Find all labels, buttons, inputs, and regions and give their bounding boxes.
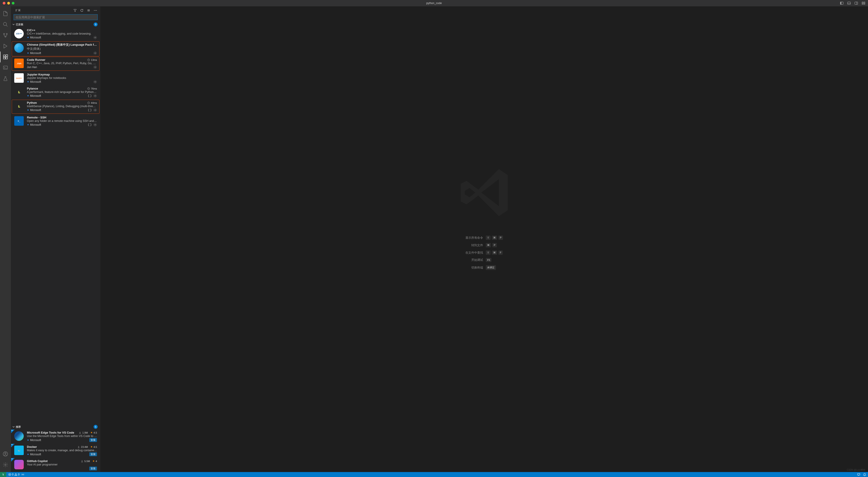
rating: 4.5 [94,446,97,448]
extension-publisher: Microsoft [30,80,41,83]
extension-name: Code Runner [27,58,45,61]
extension-item[interactable]: 🐳 Docker 23.4M ★4.5 Makes it easy to cre… [11,444,100,458]
shortcut-label: 切换终端 [465,266,483,270]
toggle-primary-sidebar-icon[interactable] [840,1,844,5]
shortcut-label: 转到文件 [465,243,483,247]
key: ⇧ [486,236,491,240]
svg-point-43 [16,475,16,475]
gear-icon[interactable] [93,94,97,98]
svg-point-38 [95,124,96,125]
activity-settings[interactable] [0,459,11,470]
maximize-button[interactable] [12,2,14,4]
extension-name: Docker [27,445,37,449]
status-feedback[interactable] [857,473,860,476]
gear-icon[interactable] [93,36,97,39]
extension-item[interactable]: >_ Remote - SSH Open any folder on a rem… [11,114,100,128]
activity-remote-explorer[interactable] [0,62,11,73]
svg-point-28 [96,10,97,10]
extension-item[interactable]: Microsoft Edge Tools for VS Code 1.9M ★4… [11,429,100,444]
section-recommended-count: 5 [94,425,98,429]
toggle-secondary-sidebar-icon[interactable] [855,1,858,5]
bell-icon [863,473,866,476]
close-button[interactable] [3,2,5,4]
extension-description: A performant, feature-rich language serv… [27,90,97,94]
install-button[interactable]: 安装 [89,467,97,471]
minimize-button[interactable] [7,2,10,4]
extension-name: C/C++ [27,28,35,32]
sync-ignored-icon[interactable] [88,123,92,127]
svg-rect-15 [3,55,5,57]
refresh-icon[interactable] [80,8,84,12]
svg-point-29 [95,37,96,38]
sync-ignored-icon[interactable] [88,94,92,98]
svg-rect-19 [3,66,7,69]
svg-point-35 [95,95,96,96]
extension-item[interactable]: C/C++ C/C++ C/C++ IntelliSense, debuggin… [11,27,100,41]
verified-icon: ✦ [27,36,29,39]
status-bell[interactable] [863,473,866,476]
clock-icon [87,87,90,90]
extension-item[interactable]: jupyter Jupyter Keymap Jupyter keymaps f… [11,71,100,85]
gear-icon[interactable] [93,65,97,69]
activity-search[interactable] [0,19,11,30]
install-button[interactable]: 安装 [89,438,97,442]
more-icon[interactable] [94,8,97,12]
gear-icon[interactable] [93,108,97,112]
filter-icon[interactable] [73,8,77,12]
install-button[interactable]: 安装 [89,452,97,456]
svg-rect-1 [840,2,842,4]
feedback-icon [857,473,860,476]
activity-accounts[interactable] [0,449,11,459]
verified-icon: ✦ [27,109,29,112]
clock-icon [87,101,90,104]
extension-name: Python [27,101,37,105]
verified-icon: ✦ [27,453,29,456]
status-remote[interactable] [0,472,6,477]
shortcut-label: 显示所有命令 [465,236,483,240]
extension-icon: C/C++ [14,29,24,38]
sync-ignored-icon[interactable] [88,108,92,112]
extension-publisher: Microsoft [30,453,41,456]
download-icon [79,431,81,434]
clear-icon[interactable] [87,8,90,12]
extension-description: IntelliSense (Pylance), Linting, Debuggi… [27,105,97,108]
svg-point-13 [6,33,7,35]
svg-point-22 [5,464,6,466]
verified-icon: ✦ [27,439,29,442]
extension-item[interactable]: 🌐 Chinese (Simplified) (简体中文) Language P… [12,41,99,56]
section-recommended-label: 推荐 [16,425,21,428]
extension-item[interactable]: 🐍 Pylance76ms A performant, feature-rich… [11,85,100,99]
svg-point-44 [23,474,24,475]
gear-icon[interactable] [93,123,97,127]
activity-extensions[interactable] [0,52,11,62]
extension-description: 中文(简体) [27,47,97,51]
search-input[interactable] [13,14,98,20]
recommended-list: Microsoft Edge Tools for VS Code 1.9M ★4… [11,429,100,472]
svg-point-33 [95,81,96,82]
svg-point-37 [95,110,96,111]
extension-item[interactable]: 🐍 Python44ms IntelliSense (Pylance), Lin… [12,100,99,114]
star-icon: ★ [92,459,95,463]
download-count: 5.5M [84,460,90,463]
gear-icon[interactable] [93,51,97,55]
activity-debug[interactable] [0,41,11,52]
status-ports[interactable] [21,473,24,476]
extension-item[interactable]: GitHub Copilot 5.5M ★4 Your AI pair prog… [11,458,100,472]
rating: 4 [96,460,97,463]
extension-name: Jupyter Keymap [27,73,50,76]
activity-testing[interactable] [0,73,11,84]
gear-icon[interactable] [93,80,97,84]
section-installed-header[interactable]: 已安装 9 [11,22,100,27]
activity-explorer[interactable] [0,8,11,19]
extension-item[interactable]: .run Code Runner13ms Run C, C++, Java, J… [12,57,99,71]
broadcast-icon [21,473,24,476]
toggle-panel-icon[interactable] [847,1,851,5]
section-recommended-header[interactable]: 推荐 5 [11,424,100,429]
shortcut-label: 开始调试 [465,258,483,262]
activation-time: 44ms [91,101,97,104]
status-problems[interactable]: 0 0 [8,473,20,476]
activation-time: 13ms [91,59,97,61]
customize-layout-icon[interactable] [862,1,865,5]
svg-point-10 [3,22,6,26]
activity-scm[interactable] [0,30,11,41]
